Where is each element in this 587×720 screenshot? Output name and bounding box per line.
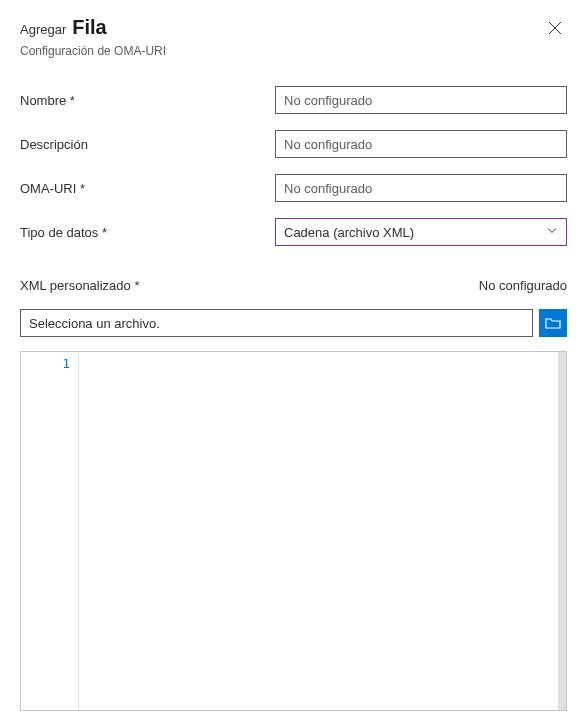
tipodatos-label: Tipo de datos * [20,225,275,240]
nombre-label: Nombre * [20,93,275,108]
tipodatos-selected: Cadena (archivo XML) [284,225,414,240]
editor-content[interactable] [79,352,566,710]
file-picker-row: Selecciona un archivo. [20,309,567,337]
xml-section: XML personalizado * No configurado Selec… [20,278,567,711]
folder-icon [545,316,561,330]
xml-label: XML personalizado * [20,278,139,293]
tipodatos-select[interactable]: Cadena (archivo XML) [275,218,567,246]
xml-header: XML personalizado * No configurado [20,278,567,293]
omauri-label: OMA-URI * [20,181,275,196]
form-row-nombre: Nombre * [20,86,567,114]
form-row-tipodatos: Tipo de datos * Cadena (archivo XML) [20,218,567,246]
file-placeholder: Selecciona un archivo. [29,316,160,331]
descripcion-label: Descripción [20,137,275,152]
close-button[interactable] [543,16,567,40]
file-path-input[interactable]: Selecciona un archivo. [20,309,533,337]
title-group: Agregar Fila [20,16,107,39]
title-main: Fila [72,16,106,39]
close-icon [548,21,562,35]
form-row-descripcion: Descripción [20,130,567,158]
subtitle: Configuración de OMA-URI [20,44,567,58]
line-number: 1 [25,356,70,371]
xml-status: No configurado [479,278,567,293]
nombre-input[interactable] [275,86,567,114]
browse-file-button[interactable] [539,309,567,337]
omauri-input[interactable] [275,174,567,202]
xml-editor[interactable]: 1 [20,351,567,711]
header: Agregar Fila [20,16,567,40]
editor-gutter: 1 [21,352,79,710]
descripcion-input[interactable] [275,130,567,158]
form-row-omauri: OMA-URI * [20,174,567,202]
title-prefix: Agregar [20,22,66,37]
chevron-down-icon [546,225,558,240]
